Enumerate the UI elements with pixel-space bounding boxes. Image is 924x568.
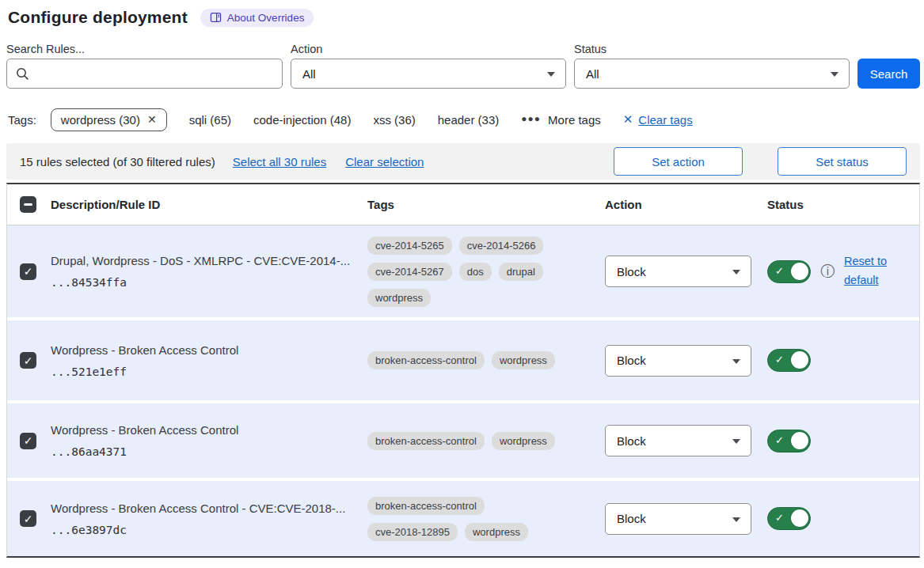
filters-row: Search Rules... Action All Status All [6,43,920,89]
selection-bar: 15 rules selected (of 30 filtered rules)… [6,143,920,180]
tag-pill: broken-access-control [367,351,485,369]
col-status: Status [767,198,919,211]
table-header: Description/Rule ID Tags Action Status [7,184,919,225]
rule-description: Wordpress - Broken Access Control [51,343,367,357]
ellipsis-icon: ●●● [521,113,541,124]
col-description: Description/Rule ID [51,198,367,211]
selected-tag-label: wordpress (30) [61,113,140,127]
status-filter-label: Status [574,43,850,55]
rule-id: ...84534ffa [51,276,367,289]
about-overrides-badge[interactable]: About Overrides [200,9,314,27]
clear-tags-label: Clear tags [638,113,692,127]
row-checkbox[interactable]: ✓ [20,510,36,527]
tag-pill: wordpress [465,523,528,541]
action-select[interactable]: Block [605,425,751,456]
info-icon[interactable]: ⓘ [820,264,835,278]
action-value: Block [617,512,646,525]
tag-pill: wordpress [492,432,555,450]
status-toggle[interactable]: ✓ [767,507,811,530]
set-status-button[interactable]: Set status [778,147,907,176]
more-tags-button[interactable]: ●●● More tags [521,113,600,127]
tag-pill: drupal [499,263,543,281]
rule-id: ...6e3897dc [51,524,367,536]
status-toggle[interactable]: ✓ [767,349,811,372]
table-row: ✓ Drupal, Wordpress - DoS - XMLRPC - CVE… [7,225,919,317]
action-filter-value: All [302,67,316,81]
action-value: Block [617,354,646,367]
tag-pill: broken-access-control [367,432,485,450]
table-row: ✓ Wordpress - Broken Access Control ...5… [7,320,919,400]
toggle-check-icon: ✓ [775,354,784,365]
tag-pill: cve-2014-5267 [367,263,452,281]
rules-table: Description/Rule ID Tags Action Status ✓… [6,183,920,558]
action-select[interactable]: Block [605,503,751,535]
rule-tags: broken-access-control cve-2018-12895 wor… [367,497,577,541]
search-button[interactable]: Search [857,59,920,89]
chevron-down-icon [547,72,555,77]
action-filter-select[interactable]: All [291,59,566,89]
tag-pill: wordpress [492,351,555,369]
tag-pill: wordpress [367,289,431,307]
rule-description: Drupal, Wordpress - DoS - XMLRPC - CVE:C… [51,254,367,267]
chevron-down-icon [732,359,740,364]
chevron-down-icon [732,439,740,444]
action-filter-label: Action [291,43,566,55]
rule-description: Wordpress - Broken Access Control - CVE:… [51,502,367,515]
tag-header[interactable]: header (33) [438,113,500,127]
remove-tag-icon[interactable]: ✕ [147,113,157,126]
page-title: Configure deployment [8,8,188,27]
tag-xss[interactable]: xss (36) [373,113,415,127]
tag-pill: broken-access-control [367,497,485,515]
search-icon [16,67,29,83]
rule-id: ...521e1eff [51,365,367,378]
tags-bar: Tags: wordpress (30) ✕ sqli (65) code-in… [8,106,920,133]
tag-pill: cve-2014-5265 [367,237,452,255]
row-checkbox[interactable]: ✓ [20,352,36,369]
table-row: ✓ Wordpress - Broken Access Control ...8… [7,403,919,478]
rule-tags: cve-2014-5265 cve-2014-5266 cve-2014-526… [367,237,577,307]
page-header: Configure deployment About Overrides [8,8,920,27]
tag-pill: dos [459,263,492,281]
reset-to-default-link[interactable]: Reset to default [844,252,895,290]
col-tags: Tags [367,198,605,211]
tag-sqli[interactable]: sqli (65) [189,113,231,127]
search-rules-input[interactable] [36,59,273,88]
status-filter-value: All [586,67,599,81]
action-value: Block [617,265,646,278]
search-rules-box [6,59,283,89]
chevron-down-icon [831,72,838,77]
toggle-check-icon: ✓ [775,265,784,277]
chevron-down-icon [732,270,740,275]
toggle-check-icon: ✓ [775,512,784,524]
row-checkbox[interactable]: ✓ [20,263,36,280]
status-toggle[interactable]: ✓ [767,260,811,283]
chevron-down-icon [732,517,740,522]
clear-tags-icon: ✕ [623,112,633,127]
toggle-check-icon: ✓ [775,434,784,446]
tag-code-injection[interactable]: code-injection (48) [253,113,351,127]
select-all-checkbox[interactable] [20,196,36,213]
rule-tags: broken-access-control wordpress [367,432,577,450]
selected-tag-wordpress[interactable]: wordpress (30) ✕ [51,108,167,131]
book-icon [210,12,222,23]
set-action-button[interactable]: Set action [614,147,743,176]
select-all-link[interactable]: Select all 30 rules [233,155,326,169]
status-toggle[interactable]: ✓ [767,430,811,453]
more-tags-label: More tags [548,113,601,127]
row-checkbox[interactable]: ✓ [20,433,36,449]
table-row: ✓ Wordpress - Broken Access Control - CV… [7,481,919,556]
status-filter-select[interactable]: All [574,59,850,89]
selection-summary: 15 rules selected (of 30 filtered rules) [20,155,215,169]
clear-selection-link[interactable]: Clear selection [345,155,424,169]
rule-description: Wordpress - Broken Access Control [51,423,367,437]
action-select[interactable]: Block [605,345,751,377]
about-overrides-label: About Overrides [227,12,305,24]
tag-pill: cve-2018-12895 [367,523,458,541]
clear-tags-button[interactable]: ✕ Clear tags [623,112,693,127]
action-value: Block [617,434,646,448]
rule-tags: broken-access-control wordpress [367,351,577,369]
action-select[interactable]: Block [605,256,751,287]
search-rules-label: Search Rules... [6,43,283,55]
tag-pill: cve-2014-5266 [459,237,544,255]
tags-label: Tags: [8,113,36,127]
